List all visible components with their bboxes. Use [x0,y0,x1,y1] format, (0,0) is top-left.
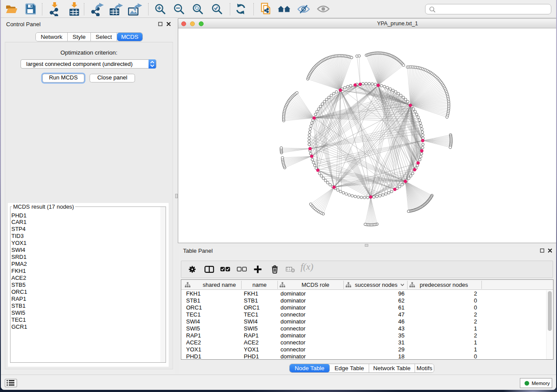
svg-text:f(x): f(x) [301,262,313,272]
